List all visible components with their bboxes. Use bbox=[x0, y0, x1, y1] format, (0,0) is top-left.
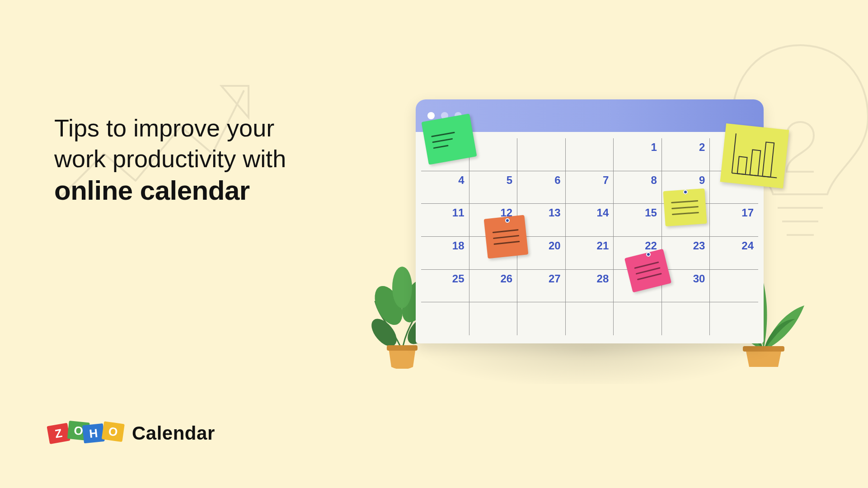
day-number: 30 bbox=[693, 273, 705, 284]
day-number: 18 bbox=[452, 240, 464, 251]
zoho-tiles: Z O H O bbox=[50, 424, 122, 442]
svg-point-2 bbox=[392, 267, 412, 308]
brand-name: Calendar bbox=[132, 424, 215, 443]
sticky-note-chart bbox=[720, 123, 789, 188]
window-dot-1 bbox=[427, 112, 435, 119]
day-number: 26 bbox=[500, 273, 512, 284]
svg-rect-11 bbox=[762, 142, 774, 177]
day-number: 6 bbox=[554, 175, 560, 186]
svg-rect-10 bbox=[750, 150, 761, 176]
calendar-window: 1234567891011121314151617181920212223242… bbox=[416, 99, 764, 343]
sticky-note-green bbox=[421, 113, 477, 164]
day-number: 14 bbox=[597, 207, 609, 218]
day-number: 4 bbox=[458, 175, 464, 186]
day-number: 20 bbox=[549, 240, 561, 251]
pin-icon bbox=[505, 218, 510, 223]
day-number: 28 bbox=[597, 273, 609, 284]
headline-line-1: Tips to improve your bbox=[54, 113, 286, 144]
svg-rect-9 bbox=[737, 156, 747, 174]
svg-rect-6 bbox=[743, 346, 784, 352]
tile-h: H bbox=[82, 423, 105, 444]
day-number: 9 bbox=[699, 175, 705, 186]
svg-rect-5 bbox=[387, 345, 418, 351]
day-number: 27 bbox=[549, 273, 561, 284]
day-number: 24 bbox=[741, 240, 754, 251]
day-number: 22 bbox=[645, 240, 657, 251]
calendar-grid: 1234567891011121314151617181920212223242… bbox=[421, 138, 758, 335]
svg-line-7 bbox=[732, 133, 736, 173]
illustration: 1234567891011121314151617181920212223242… bbox=[393, 99, 782, 366]
day-number: 7 bbox=[603, 175, 609, 186]
day-number: 15 bbox=[645, 207, 657, 218]
day-number: 5 bbox=[507, 175, 512, 186]
day-number: 25 bbox=[452, 273, 464, 284]
day-number: 2 bbox=[699, 142, 705, 153]
tile-z: Z bbox=[47, 423, 70, 444]
day-number: 23 bbox=[693, 240, 705, 251]
day-number: 11 bbox=[452, 207, 464, 218]
day-number: 17 bbox=[741, 207, 754, 218]
pin-icon bbox=[683, 190, 688, 194]
brand-logo: Z O H O Calendar bbox=[50, 424, 215, 443]
headline-line-2: work productivity with bbox=[54, 144, 286, 174]
pin-icon bbox=[646, 252, 651, 257]
headline-bold: online calendar bbox=[54, 175, 286, 206]
day-number: 13 bbox=[549, 207, 561, 218]
day-number: 21 bbox=[597, 240, 609, 251]
day-number: 8 bbox=[651, 175, 657, 186]
tile-o2: O bbox=[102, 421, 125, 442]
day-number: 1 bbox=[651, 142, 657, 153]
headline: Tips to improve your work productivity w… bbox=[54, 113, 286, 206]
